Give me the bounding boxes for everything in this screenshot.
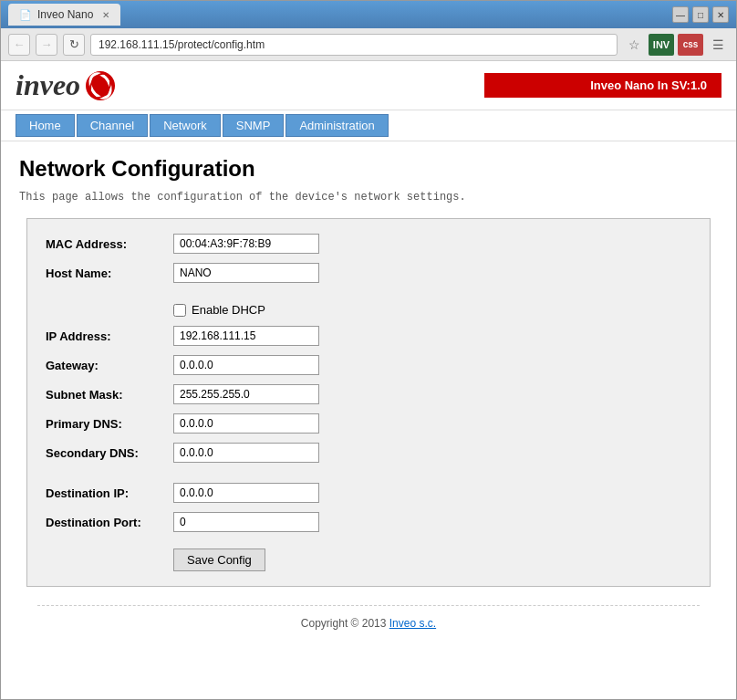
gateway-label: Gateway: [46, 359, 173, 372]
ip-row: IP Address: [46, 326, 691, 346]
footer-link[interactable]: Inveo s.c. [389, 617, 436, 630]
gateway-row: Gateway: [46, 355, 691, 375]
dns1-input[interactable] [173, 413, 319, 434]
dhcp-checkbox[interactable] [173, 304, 186, 317]
hostname-input[interactable] [173, 263, 319, 283]
nav-menu: Home Channel Network SNMP Administration [1, 110, 736, 141]
menu-icon[interactable]: ☰ [707, 34, 729, 56]
inveo-banner: Inveo Nano In SV:1.0 [484, 73, 721, 98]
page-content: inveo Inveo Nano In SV:1.0 Home Channel … [1, 61, 736, 699]
subnet-row: Subnet Mask: [46, 384, 691, 404]
tab-title: Inveo Nano [37, 8, 93, 21]
maximize-button[interactable]: □ [692, 6, 709, 23]
mac-label: MAC Address: [46, 237, 173, 251]
dhcp-label: Enable DHCP [192, 303, 265, 317]
logo-text: inveo [16, 68, 80, 102]
nav-network[interactable]: Network [150, 114, 221, 137]
page-description: This page allows the configuration of th… [19, 191, 718, 204]
dns2-row: Secondary DNS: [46, 443, 691, 463]
dest-port-label: Destination Port: [46, 516, 173, 529]
reload-button[interactable]: ↻ [63, 34, 85, 56]
back-button[interactable]: ← [8, 34, 30, 56]
save-config-button[interactable]: Save Config [173, 549, 265, 571]
nav-bar: ← → ↻ ☆ INV css ☰ [1, 28, 736, 61]
dns1-label: Primary DNS: [46, 417, 173, 431]
dns1-row: Primary DNS: [46, 413, 691, 434]
close-tab-button[interactable]: ✕ [102, 10, 109, 20]
inveo-header: inveo Inveo Nano In SV:1.0 [1, 61, 736, 110]
subnet-input[interactable] [173, 384, 319, 404]
mac-row: MAC Address: [46, 234, 691, 254]
nav-snmp[interactable]: SNMP [223, 114, 285, 137]
address-bar[interactable] [90, 34, 618, 56]
nav-administration[interactable]: Administration [285, 114, 388, 137]
page-footer: Copyright © 2013 Inveo s.c. [37, 605, 700, 630]
config-box: MAC Address: Host Name: Enable DHCP IP A… [26, 218, 711, 587]
browser-tab[interactable]: 📄 Inveo Nano ✕ [8, 4, 120, 26]
hostname-row: Host Name: [46, 263, 691, 283]
hostname-label: Host Name: [46, 266, 173, 280]
dest-ip-row: Destination IP: [46, 483, 691, 503]
dest-port-input[interactable] [173, 512, 319, 532]
gateway-input[interactable] [173, 355, 319, 375]
footer-text: Copyright © 2013 [301, 617, 389, 630]
dest-port-row: Destination Port: [46, 512, 691, 532]
logo-icon [84, 69, 117, 102]
ip-label: IP Address: [46, 329, 173, 343]
window-controls: — □ ✕ [672, 6, 729, 23]
tab-icon: 📄 [19, 9, 32, 21]
nav-home[interactable]: Home [16, 114, 75, 137]
dest-ip-label: Destination IP: [46, 486, 173, 500]
title-bar: 📄 Inveo Nano ✕ — □ ✕ [1, 1, 736, 28]
nav-channel[interactable]: Channel [77, 114, 148, 137]
dns2-input[interactable] [173, 443, 319, 463]
minimize-button[interactable]: — [672, 6, 689, 23]
main-content: Network Configuration This page allows t… [1, 141, 736, 663]
save-row: Save Config [46, 541, 691, 571]
css-icon[interactable]: css [678, 34, 703, 56]
inveo-logo: inveo [16, 68, 117, 102]
subnet-label: Subnet Mask: [46, 388, 173, 402]
close-button[interactable]: ✕ [712, 6, 729, 23]
dest-ip-input[interactable] [173, 483, 319, 503]
page-title: Network Configuration [19, 156, 718, 182]
dns2-label: Secondary DNS: [46, 446, 173, 460]
mac-input[interactable] [173, 234, 319, 254]
ip-input[interactable] [173, 326, 319, 346]
bookmark-icon[interactable]: ☆ [623, 34, 645, 56]
nav-icons: ☆ INV css ☰ [623, 34, 729, 56]
extension-icon[interactable]: INV [649, 34, 674, 56]
forward-button[interactable]: → [36, 34, 57, 56]
browser-window: 📄 Inveo Nano ✕ — □ ✕ ← → ↻ ☆ INV css ☰ i… [0, 0, 737, 700]
dhcp-row: Enable DHCP [173, 303, 691, 317]
